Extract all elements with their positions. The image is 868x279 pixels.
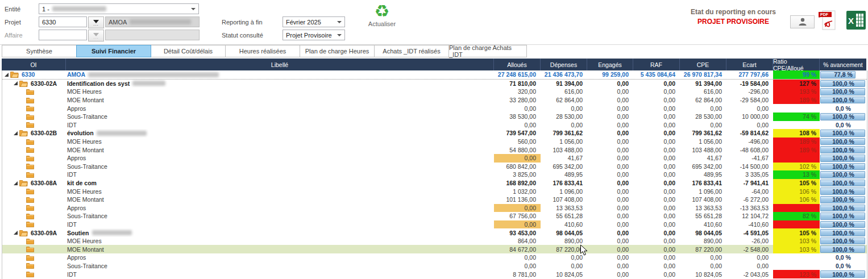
table-row[interactable]: MOE Montant101 136,00107 408,000,000,001… bbox=[2, 195, 867, 204]
table-row[interactable]: Sous-Traitance680 842,00695 342,000,000,… bbox=[2, 163, 867, 171]
column-header-allou-s[interactable]: Alloués bbox=[493, 59, 540, 70]
avancement-value: 100,0 % bbox=[832, 97, 854, 103]
tree-expand-toggle[interactable] bbox=[14, 231, 18, 235]
avancement-value: 100,0 % bbox=[832, 130, 854, 136]
table-row[interactable]: IDT0,000,000,000,000,000,000,0 % bbox=[2, 121, 867, 130]
value-cell-cpe: 107 408,00 bbox=[680, 195, 726, 204]
column-header-ratio-cpe-allou-[interactable]: Ratio CPE/Alloué bbox=[773, 59, 819, 70]
table-row[interactable]: MOE Heures864,00890,000,000,00890,00-26,… bbox=[2, 237, 867, 245]
entite-select[interactable]: 1 - bbox=[39, 3, 199, 14]
folder-icon bbox=[26, 172, 34, 178]
table-row[interactable]: Appros0,000,000,000,000,000,000,0 % bbox=[2, 253, 867, 262]
tab-heures-r-alis-es[interactable]: Heures réalisées bbox=[225, 45, 300, 57]
libelle-text: MOE Heures bbox=[67, 88, 102, 95]
value-cell-cpe: 98 044,05 bbox=[680, 228, 726, 237]
table-row[interactable]: 6330-09ASoutien93 453,0098 044,050,000,0… bbox=[2, 228, 867, 237]
value-cell-allou-s: 8 781,00 bbox=[494, 270, 541, 278]
value-cell-engag-s: 0,00 bbox=[587, 163, 633, 171]
entite-redacted-text bbox=[52, 6, 106, 11]
column-header-libell-[interactable]: Libellé bbox=[65, 59, 493, 70]
ellipsis-icon: ... bbox=[93, 36, 99, 39]
redacted-text bbox=[132, 81, 165, 86]
tree-expand-toggle[interactable] bbox=[5, 73, 9, 77]
value-cell-ecart: -48 608,00 bbox=[726, 145, 773, 154]
table-row[interactable]: Appros0,0041,670,000,0041,67-41,67100,0 … bbox=[2, 154, 867, 163]
table-row[interactable]: MOE Heures320,00616,000,000,00616,00-296… bbox=[2, 88, 867, 96]
value-cell-ecart: -2 043,05 bbox=[726, 270, 773, 278]
table-row[interactable]: IDT8 781,0010 824,050,000,0010 824,05-2 … bbox=[2, 270, 867, 278]
tab-synth-se[interactable]: Synthèse bbox=[2, 45, 77, 57]
value-cell-ecart: -41,67 bbox=[726, 154, 773, 163]
tree-expand-toggle[interactable] bbox=[14, 181, 18, 185]
table-row[interactable]: IDT3 825,00489,950,000,00489,953 335,051… bbox=[2, 170, 867, 179]
table-row[interactable]: MOE Montant33 280,0062 864,000,000,0062 … bbox=[2, 96, 867, 105]
ratio-value: 106 % bbox=[799, 196, 816, 203]
avancement-value: 100,0 % bbox=[832, 180, 854, 186]
value-cell-allou-s: 560,00 bbox=[494, 138, 541, 146]
column-header-raf[interactable]: RAF bbox=[633, 59, 679, 70]
table-row[interactable]: 6330-02Bévolution739 547,00799 361,620,0… bbox=[2, 129, 867, 138]
table-row[interactable]: MOE Heures560,001 056,000,000,001 056,00… bbox=[2, 138, 867, 146]
reporting-select[interactable]: Février 2025 bbox=[283, 16, 345, 27]
table-row[interactable]: 6330-08Akit de com168 892,00176 833,410,… bbox=[2, 179, 867, 188]
table-row[interactable]: 6330AMOA27 248 615,0021 436 473,7099 259… bbox=[2, 70, 867, 80]
value-cell-ecart: 0,00 bbox=[726, 262, 773, 270]
tree-expand-toggle[interactable] bbox=[14, 131, 18, 135]
table-row[interactable]: Sous-Traitance0,000,000,000,000,000,000,… bbox=[2, 262, 867, 270]
table-row[interactable]: Appros0,000,000,000,000,000,000,0 % bbox=[2, 104, 867, 113]
value-cell-d-penses: 1 096,00 bbox=[541, 187, 587, 195]
statut-select[interactable]: Projet Provisoire bbox=[283, 30, 345, 40]
value-cell-engag-s: 0,00 bbox=[587, 195, 633, 204]
avancement-value: 0,0 % bbox=[836, 263, 851, 269]
value-cell-d-penses: 28 530,00 bbox=[541, 113, 587, 121]
oi-cell bbox=[2, 195, 66, 204]
tab-suivi-financier[interactable]: Suivi Financier bbox=[76, 45, 151, 57]
column-header-cpe[interactable]: CPE bbox=[679, 59, 726, 70]
libelle-text: évolution bbox=[67, 130, 94, 136]
table-row[interactable]: 6330-02AIdentification des syst71 810,00… bbox=[2, 80, 867, 88]
column-header-ecart[interactable]: Ecart bbox=[726, 59, 773, 70]
export-excel-button[interactable]: X bbox=[846, 11, 866, 31]
value-cell-engag-s: 0,00 bbox=[587, 121, 633, 130]
table-row[interactable]: MOE Montant54 880,00103 488,000,000,0010… bbox=[2, 145, 867, 154]
table-row[interactable]: Sous-Traitance38 530,0028 530,000,000,00… bbox=[2, 113, 867, 121]
affaire-input[interactable] bbox=[39, 30, 87, 40]
value-cell-ecart: -410,60 bbox=[726, 220, 773, 229]
table-row[interactable]: Appros0,0013 363,530,000,0013 363,53-13 … bbox=[2, 204, 867, 213]
table-row[interactable]: MOE Montant84 672,0087 220,000,000,0087 … bbox=[2, 245, 867, 253]
ratio-cell: 189 % bbox=[773, 145, 820, 154]
projet-input[interactable] bbox=[39, 16, 87, 27]
oi-cell bbox=[2, 270, 66, 278]
table-row[interactable]: IDT0,00410,600,000,00410,60-410,60100,0 … bbox=[2, 220, 867, 229]
affaire-picker-button[interactable]: ... bbox=[88, 30, 104, 41]
tab-plan-de-charge-heures[interactable]: Plan de charge Heures bbox=[300, 45, 375, 57]
oi-code: 6330 bbox=[22, 71, 35, 78]
projet-picker-button[interactable]: ... bbox=[88, 16, 104, 28]
column-header-oi[interactable]: OI bbox=[2, 59, 65, 70]
value-cell-cpe: 410,60 bbox=[680, 220, 726, 229]
value-cell-engag-s: 0,00 bbox=[587, 262, 633, 270]
ratio-cell: 123 % bbox=[773, 270, 820, 278]
chevron-down-icon bbox=[337, 21, 342, 23]
tree-expand-toggle[interactable] bbox=[14, 81, 18, 85]
excel-icon: X bbox=[846, 11, 866, 30]
libelle-text: Sous-Traitance bbox=[67, 213, 107, 219]
tab-achats-idt-r-alis-s[interactable]: Achats _IDT réalisés bbox=[374, 45, 449, 57]
actualiser-button[interactable]: ♻ Actualiser bbox=[362, 2, 402, 27]
column-header--avancement[interactable]: % avancement bbox=[819, 59, 866, 70]
avancement-cell: 100,0 % bbox=[820, 163, 867, 171]
user-button[interactable] bbox=[790, 15, 815, 28]
table-row[interactable]: Sous-Traitance67 756,0055 651,280,000,00… bbox=[2, 212, 867, 220]
tab-plan-de-charge-achats-idt[interactable]: Plan de charge Achats _IDT bbox=[448, 45, 527, 57]
column-header-d-penses[interactable]: Dépenses bbox=[540, 59, 587, 70]
oi-cell bbox=[2, 220, 66, 229]
table-row[interactable]: MOE Heures1 032,001 096,000,000,001 096,… bbox=[2, 187, 867, 195]
tab-d-tail-co-t-d-lais[interactable]: Détail Coût/délais bbox=[151, 45, 226, 57]
value-cell-raf: 5 435 084,64 bbox=[633, 70, 680, 79]
folder-open-icon bbox=[19, 230, 28, 236]
value-cell-engag-s: 0,00 bbox=[587, 220, 633, 229]
value-cell-engag-s: 0,00 bbox=[587, 154, 633, 163]
entite-label: Entité bbox=[5, 6, 20, 13]
column-header-engag-s[interactable]: Engagés bbox=[587, 59, 633, 70]
export-pdf-button[interactable]: PDF bbox=[817, 10, 838, 32]
